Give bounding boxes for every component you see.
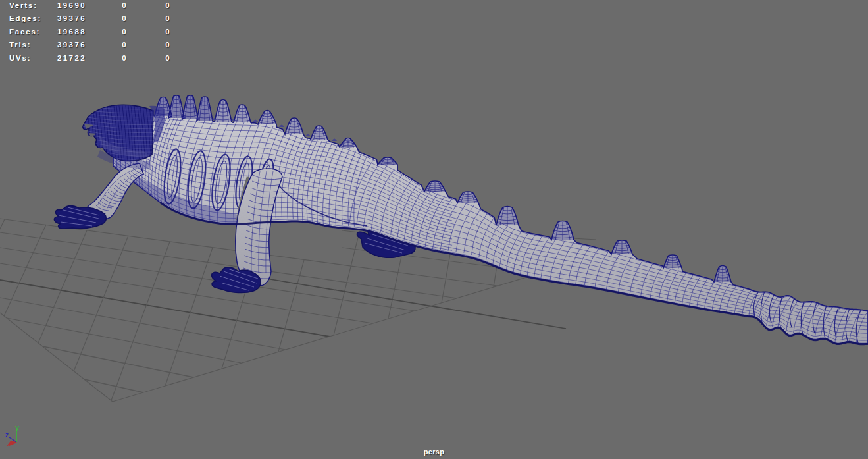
svg-text:z: z [5, 431, 9, 439]
svg-text:y: y [15, 423, 20, 431]
